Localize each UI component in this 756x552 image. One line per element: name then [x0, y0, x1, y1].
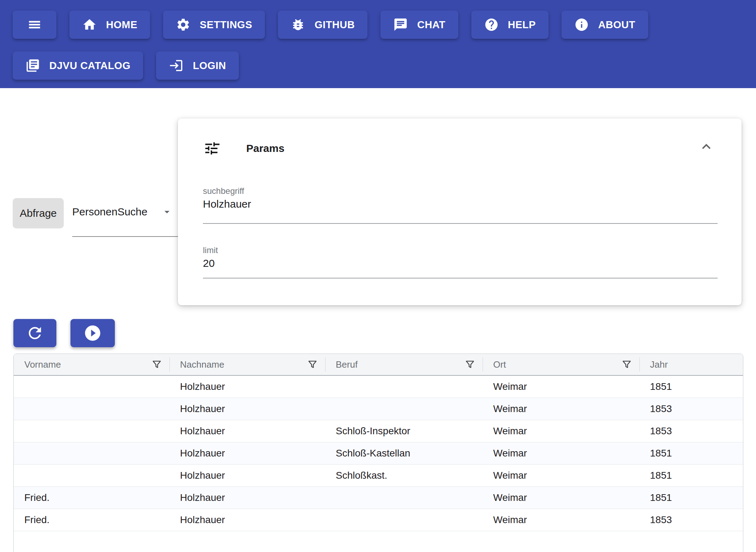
cell-nachname: Holzhauer: [169, 514, 325, 526]
home-button[interactable]: HOME: [69, 11, 150, 39]
help-button-label: HELP: [508, 19, 536, 31]
tune-sliders-icon: [203, 140, 219, 157]
cell-nachname: Holzhauer: [169, 403, 325, 415]
cell-ort: Weimar: [483, 448, 639, 459]
cell-jahr: 1853: [639, 514, 743, 526]
github-button[interactable]: GITHUB: [278, 11, 367, 39]
abfrage-chip: Abfrage: [13, 198, 64, 228]
help-button[interactable]: HELP: [471, 11, 549, 39]
column-header-jahr[interactable]: Jahr: [639, 354, 743, 375]
app-navbar: HOME SETTINGS GITHUB CHAT HELP: [0, 0, 756, 88]
cell-jahr: 1851: [639, 492, 743, 503]
cell-beruf: Schloß-Inspektor: [325, 425, 483, 437]
column-header-beruf-label: Beruf: [336, 359, 358, 370]
cell-vorname: Fried.: [14, 514, 169, 526]
settings-button-label: SETTINGS: [200, 19, 252, 31]
column-header-ort[interactable]: Ort: [483, 354, 639, 375]
suchbegriff-field[interactable]: [203, 198, 718, 210]
cell-nachname: Holzhauer: [169, 425, 325, 437]
cell-ort: Weimar: [483, 492, 639, 503]
column-header-ort-label: Ort: [493, 359, 506, 370]
filter-icon[interactable]: [151, 359, 162, 370]
settings-button[interactable]: SETTINGS: [163, 11, 265, 39]
cell-beruf: Schloßkast.: [325, 470, 483, 481]
chat-button-label: CHAT: [417, 19, 445, 31]
column-header-beruf[interactable]: Beruf: [325, 354, 483, 375]
table-row: Holzhauer Schloßkast. Weimar 1851: [14, 465, 743, 487]
info-circle-icon: [574, 17, 589, 32]
settings-gear-icon: [176, 17, 191, 32]
navbar-row-2: DJVU CATALOG LOGIN: [13, 51, 239, 80]
suchbegriff-field-label: suchbegriff: [203, 186, 244, 196]
cell-nachname: Holzhauer: [169, 492, 325, 503]
column-header-nachname-label: Nachname: [180, 359, 224, 370]
chat-bubble-icon: [393, 17, 408, 32]
suchbegriff-field-underline: [203, 223, 718, 224]
table-row: Fried. Holzhauer Weimar 1851: [14, 487, 743, 509]
params-card-title: Params: [246, 140, 284, 157]
login-button-label: LOGIN: [193, 60, 226, 72]
about-button-label: ABOUT: [598, 19, 636, 31]
github-button-label: GITHUB: [315, 19, 355, 31]
cell-jahr: 1851: [639, 448, 743, 459]
table-header-row: Vorname Nachname Beruf Ort Jahr: [14, 354, 743, 376]
limit-field-label: limit: [203, 245, 218, 255]
menu-icon: [27, 17, 42, 32]
cell-ort: Weimar: [483, 381, 639, 392]
column-header-nachname[interactable]: Nachname: [169, 354, 325, 375]
cell-jahr: 1851: [639, 470, 743, 481]
menu-button[interactable]: [13, 11, 56, 39]
filter-icon[interactable]: [464, 359, 476, 370]
cell-nachname: Holzhauer: [169, 448, 325, 459]
empty-table-row: [14, 531, 743, 552]
table-row: Fried. Holzhauer Weimar 1853: [14, 509, 743, 531]
cell-ort: Weimar: [483, 470, 639, 481]
cell-ort: Weimar: [483, 514, 639, 526]
cell-ort: Weimar: [483, 425, 639, 437]
chevron-down-icon: [148, 206, 173, 218]
cell-jahr: 1853: [639, 425, 743, 437]
help-circle-icon: [484, 17, 499, 32]
library-books-icon: [25, 58, 40, 73]
login-button[interactable]: LOGIN: [156, 51, 238, 80]
refresh-button[interactable]: [13, 319, 56, 347]
login-arrow-icon: [169, 58, 184, 73]
column-header-vorname[interactable]: Vorname: [14, 354, 169, 375]
chat-button[interactable]: CHAT: [380, 11, 458, 39]
bug-icon: [291, 17, 305, 32]
home-icon: [82, 17, 97, 32]
chevron-up-icon: [698, 138, 715, 155]
cell-ort: Weimar: [483, 403, 639, 415]
table-row: Holzhauer Weimar 1851: [14, 376, 743, 398]
collapse-params-button[interactable]: [696, 137, 716, 157]
home-button-label: HOME: [106, 19, 137, 31]
play-circle-icon: [83, 324, 102, 342]
cell-vorname: Fried.: [14, 492, 169, 503]
run-query-button[interactable]: [70, 319, 115, 347]
about-button[interactable]: ABOUT: [562, 11, 648, 39]
djvu-catalog-button-label: DJVU CATALOG: [49, 60, 130, 72]
params-card: Params suchbegriff limit: [178, 118, 742, 305]
results-table: Vorname Nachname Beruf Ort Jahr: [13, 354, 743, 552]
djvu-catalog-button[interactable]: DJVU CATALOG: [13, 51, 143, 80]
table-row: Holzhauer Schloß-Inspektor Weimar 1853: [14, 420, 743, 442]
cell-nachname: Holzhauer: [169, 381, 325, 392]
limit-field[interactable]: [203, 257, 718, 269]
cell-nachname: Holzhauer: [169, 470, 325, 481]
abfrage-chip-label: Abfrage: [20, 207, 57, 219]
navbar-row-1: HOME SETTINGS GITHUB CHAT HELP: [13, 11, 648, 39]
filter-icon[interactable]: [307, 359, 318, 370]
filter-icon[interactable]: [621, 359, 632, 370]
column-header-vorname-label: Vorname: [24, 359, 61, 370]
query-select-value: PersonenSuche: [72, 206, 148, 218]
cell-beruf: Schloß-Kastellan: [325, 448, 483, 459]
cell-jahr: 1853: [639, 403, 743, 415]
limit-field-underline: [203, 278, 718, 278]
cell-jahr: 1851: [639, 381, 743, 392]
column-header-jahr-label: Jahr: [650, 359, 668, 370]
table-row: Holzhauer Schloß-Kastellan Weimar 1851: [14, 442, 743, 465]
table-row: Holzhauer Weimar 1853: [14, 398, 743, 420]
refresh-icon: [26, 324, 44, 342]
